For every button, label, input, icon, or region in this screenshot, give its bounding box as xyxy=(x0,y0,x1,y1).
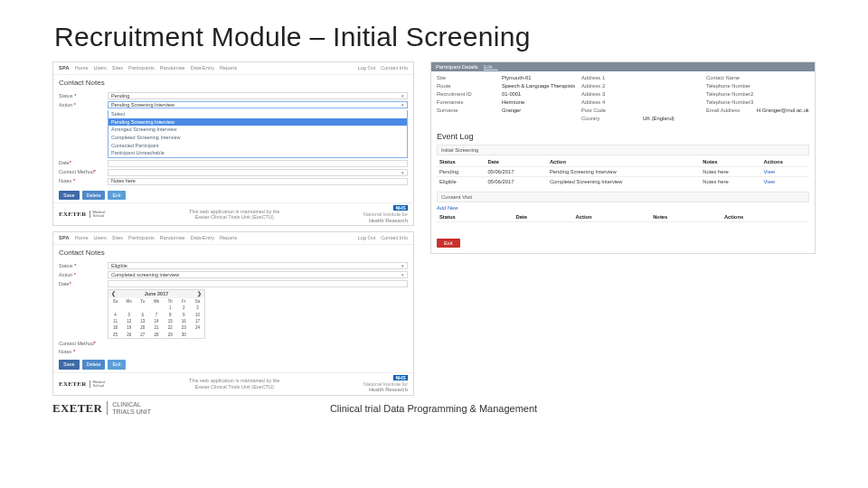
nav-link[interactable]: Sites xyxy=(112,65,123,71)
datepicker-day[interactable] xyxy=(191,332,204,338)
nav-link[interactable]: Randomise xyxy=(160,235,185,241)
datepicker-day[interactable]: 4 xyxy=(108,312,122,318)
exit-button[interactable]: Exit xyxy=(108,191,125,201)
datepicker-day[interactable]: 11 xyxy=(108,318,122,324)
detail-value xyxy=(643,83,706,89)
detail-label: Address 2 xyxy=(581,83,643,89)
detail-label: Surname xyxy=(437,108,502,113)
datepicker-day[interactable]: 9 xyxy=(177,312,191,318)
action-select[interactable]: Pending Screening Interview▾ xyxy=(108,101,408,108)
exit-button[interactable]: Exit xyxy=(437,239,460,248)
datepicker-day[interactable]: 3 xyxy=(191,305,204,311)
save-button[interactable]: Save xyxy=(59,191,80,201)
dropdown-option[interactable]: Completed Screening Interview xyxy=(108,134,407,142)
datepicker-day[interactable]: 30 xyxy=(177,332,191,338)
datepicker-day[interactable]: 5 xyxy=(122,312,136,318)
action-select[interactable]: Completed screening interview▾ xyxy=(108,271,408,278)
datepicker-dow: Su xyxy=(108,298,122,305)
datepicker-day[interactable]: 24 xyxy=(191,324,204,331)
status-select[interactable]: Pending▾ xyxy=(108,92,408,99)
dropdown-option[interactable]: Contacted Participant xyxy=(108,142,407,150)
datepicker-dow: Sa xyxy=(191,298,204,305)
detail-label: Forenames xyxy=(437,99,502,105)
nav-link[interactable]: Users xyxy=(93,235,106,241)
datepicker-day[interactable]: 26 xyxy=(122,332,136,338)
datepicker-day[interactable]: 25 xyxy=(108,332,122,338)
contact-notes-screenshot-1: SPA Home Users Sites Participants Random… xyxy=(52,61,414,226)
nav-link[interactable]: Sites xyxy=(112,235,123,241)
nav-link[interactable]: Users xyxy=(93,65,106,71)
datepicker-day[interactable]: 20 xyxy=(136,324,149,331)
label-contact-method: Contact Method* xyxy=(59,341,108,347)
dropdown-option[interactable]: Select xyxy=(108,110,407,118)
date-input[interactable] xyxy=(108,280,408,287)
chevron-down-icon: ▾ xyxy=(401,272,404,277)
datepicker-day[interactable]: 15 xyxy=(164,318,177,324)
datepicker-day[interactable]: 14 xyxy=(149,318,163,324)
nav-link[interactable]: Data-Entry xyxy=(191,235,214,241)
nav-contact[interactable]: Contact Info xyxy=(381,235,408,241)
dropdown-option[interactable]: Arranged Screening Interview xyxy=(108,126,407,134)
nav-link[interactable]: Participants xyxy=(128,65,155,71)
detail-value xyxy=(757,75,809,80)
datepicker-day[interactable]: 28 xyxy=(149,332,163,338)
datepicker-day[interactable]: 22 xyxy=(164,324,177,331)
prev-month-icon[interactable]: ❮ xyxy=(110,291,117,297)
datepicker-day[interactable]: 12 xyxy=(122,318,136,324)
datepicker[interactable]: ❮ June 2017 ❯ SuMoTuWeThFrSa 12345678910… xyxy=(108,289,205,339)
nav-link[interactable]: Home xyxy=(75,235,89,241)
save-button[interactable]: Save xyxy=(59,360,80,370)
exit-button[interactable]: Exit xyxy=(108,360,125,370)
status-select[interactable]: Eligible▾ xyxy=(108,262,408,269)
datepicker-day[interactable]: 18 xyxy=(108,324,122,331)
label-status: Status * xyxy=(59,263,108,269)
datepicker-day[interactable]: 10 xyxy=(191,312,204,318)
add-new-link[interactable]: Add New xyxy=(437,205,458,211)
datepicker-day[interactable] xyxy=(149,305,163,311)
datepicker-day[interactable]: 17 xyxy=(191,318,204,324)
dropdown-option[interactable]: Participant Unreachable xyxy=(108,149,407,157)
column-header: Date xyxy=(513,212,572,222)
view-link[interactable]: View xyxy=(764,179,775,184)
nav-link[interactable]: Reports xyxy=(220,235,237,241)
delete-button[interactable]: Delete xyxy=(82,360,106,370)
nav-link[interactable]: Data-Entry xyxy=(191,65,214,71)
datepicker-day[interactable] xyxy=(136,305,149,311)
delete-button[interactable]: Delete xyxy=(82,191,106,201)
datepicker-day[interactable]: 2 xyxy=(177,305,191,311)
nav-link[interactable]: Participants xyxy=(128,235,155,241)
nav-logout[interactable]: Log Out xyxy=(358,65,376,71)
notes-input[interactable]: Notes here xyxy=(108,178,408,185)
table-row: Pending05/06/2017Pending Screening Inter… xyxy=(437,167,809,177)
nav-link[interactable]: Randomise xyxy=(160,65,185,71)
date-input[interactable] xyxy=(108,160,408,167)
nav-logout[interactable]: Log Out xyxy=(358,235,376,241)
datepicker-day[interactable]: 27 xyxy=(136,332,149,338)
event-log-subhead: Initial Screening xyxy=(437,145,809,155)
datepicker-day[interactable]: 16 xyxy=(177,318,191,324)
datepicker-day[interactable]: 13 xyxy=(136,318,149,324)
datepicker-day[interactable]: 21 xyxy=(149,324,163,331)
nav-link[interactable]: Home xyxy=(75,65,89,71)
view-link[interactable]: View xyxy=(764,169,775,174)
datepicker-day[interactable]: 6 xyxy=(136,312,149,318)
datepicker-day[interactable]: 8 xyxy=(164,312,177,318)
detail-value xyxy=(643,91,706,97)
detail-value xyxy=(643,108,706,113)
contact-method-select[interactable]: ▾ xyxy=(108,169,408,176)
datepicker-day[interactable] xyxy=(108,305,122,311)
datepicker-dow: Tu xyxy=(136,298,149,305)
edit-link[interactable]: Edit… xyxy=(484,64,498,70)
datepicker-day[interactable]: 23 xyxy=(177,324,191,331)
nav-link[interactable]: Reports xyxy=(220,65,237,71)
detail-label xyxy=(706,116,757,121)
datepicker-day[interactable] xyxy=(122,305,136,311)
datepicker-day[interactable]: 1 xyxy=(164,305,177,311)
dropdown-option[interactable]: Pending Screening Interview xyxy=(108,118,407,127)
datepicker-day[interactable]: 29 xyxy=(164,332,177,338)
datepicker-day[interactable]: 7 xyxy=(149,312,163,318)
datepicker-day[interactable]: 19 xyxy=(122,324,136,331)
detail-label: Route xyxy=(437,83,502,89)
nav-contact[interactable]: Contact Info xyxy=(381,65,408,71)
next-month-icon[interactable]: ❯ xyxy=(196,291,203,297)
